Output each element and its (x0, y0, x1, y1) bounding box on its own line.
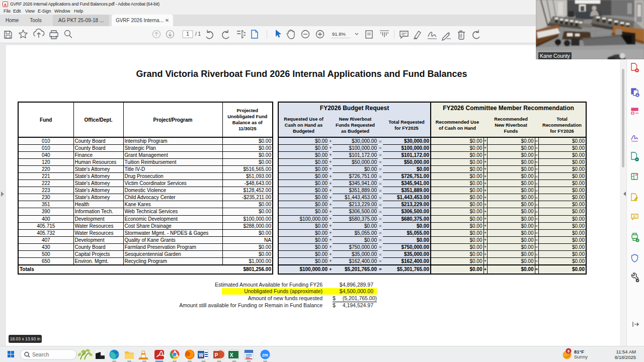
svg-text:X: X (230, 352, 233, 358)
svg-text:P: P (215, 352, 218, 358)
svg-text:8/18/2025: 8/18/2025 (615, 354, 636, 360)
svg-text:11:54 AM: 11:54 AM (616, 349, 636, 354)
svg-text:6: 6 (568, 349, 570, 353)
svg-text:W: W (199, 352, 204, 358)
svg-text:81°F: 81°F (574, 349, 584, 354)
svg-text:Search: Search (32, 351, 49, 357)
svg-text:Sunny: Sunny (574, 354, 588, 359)
svg-text:zm: zm (262, 352, 268, 357)
